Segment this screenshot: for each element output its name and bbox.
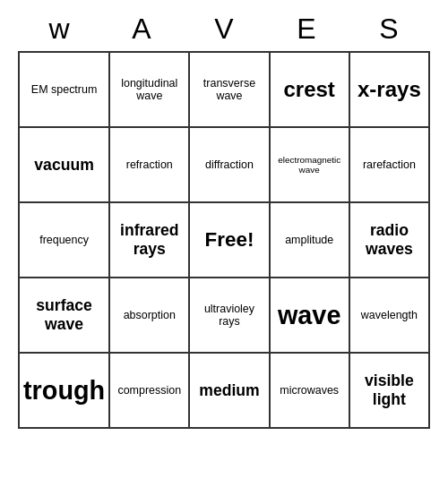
header-letter-S: S [348,9,430,49]
header-letter-w: w [18,9,100,49]
bingo-cell-15: surface wave [20,278,110,354]
bingo-cell-16: absorption [110,278,190,354]
header-letter-V: V [183,9,265,49]
bingo-cell-22: medium [190,354,270,429]
bingo-card: wAVES EM spectrumlongitudinal wavetransv… [18,9,430,429]
bingo-cell-19: wavelength [350,278,430,354]
bingo-cell-8: electromagnetic wave [271,128,350,203]
bingo-cell-23: microwaves [271,354,350,429]
header-letter-E: E [265,9,348,49]
bingo-header: wAVES [18,9,430,49]
bingo-cell-21: compression [110,354,190,429]
bingo-cell-18: wave [271,278,350,354]
bingo-cell-4: x-rays [350,53,430,128]
bingo-cell-13: amplitude [271,203,350,278]
bingo-cell-5: vacuum [20,128,110,203]
bingo-cell-24: visible light [350,354,430,429]
bingo-cell-12: Free! [190,203,270,278]
bingo-cell-0: EM spectrum [20,53,110,128]
bingo-cell-11: infrared rays [110,203,190,278]
bingo-cell-7: diffraction [190,128,270,203]
bingo-grid: EM spectrumlongitudinal wavetransverse w… [18,51,430,429]
bingo-cell-20: trough [20,354,110,429]
bingo-cell-17: ultravioley rays [190,278,270,354]
header-letter-A: A [100,9,183,49]
bingo-cell-9: rarefaction [350,128,430,203]
bingo-cell-1: longitudinal wave [110,53,190,128]
bingo-cell-6: refraction [110,128,190,203]
bingo-cell-2: transverse wave [190,53,270,128]
bingo-cell-10: frequency [20,203,110,278]
bingo-cell-3: crest [271,53,350,128]
bingo-cell-14: radio waves [350,203,430,278]
